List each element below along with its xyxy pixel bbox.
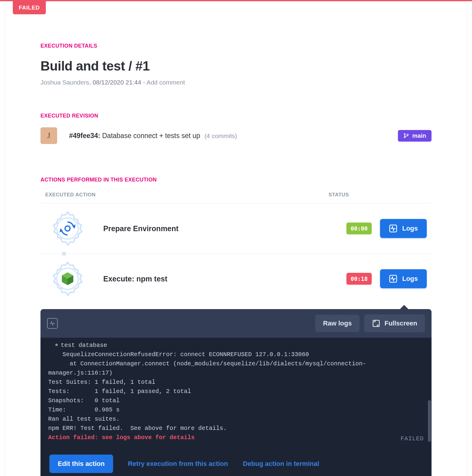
add-comment-link[interactable]: Add comment xyxy=(146,79,185,86)
author: Joshua Saunders xyxy=(40,79,89,86)
meta-row: Joshua Saunders, 08/12/2020 21:44 - Add … xyxy=(40,79,432,86)
branch-name: main xyxy=(412,132,426,139)
page-title: Build and test / #1 xyxy=(40,59,432,73)
log-failed-tag: FAILED xyxy=(401,434,424,443)
logs-button[interactable]: Logs xyxy=(380,219,427,238)
logs-button[interactable]: Logs xyxy=(380,269,427,288)
action-icon-npm xyxy=(50,261,85,297)
datetime: 08/12/2020 21:44 xyxy=(93,79,141,86)
commit-message: Database connect + tests set up xyxy=(102,132,200,140)
status-badge: FAILED xyxy=(13,1,46,14)
log-output[interactable]: test database SequelizeConnectionRefused… xyxy=(40,338,432,447)
scrollbar[interactable] xyxy=(428,400,431,442)
raw-logs-button[interactable]: Raw logs xyxy=(315,315,360,332)
action-name[interactable]: Prepare Environment xyxy=(85,224,346,233)
section-executed-revision: EXECUTED REVISION xyxy=(40,113,432,119)
revision-text[interactable]: #49fee34: Database connect + tests set u… xyxy=(69,132,386,140)
col-executed-action: EXECUTED ACTION xyxy=(45,192,329,198)
log-panel: Raw logs Fullscreen test database Sequel… xyxy=(40,309,432,476)
activity-icon xyxy=(389,275,397,283)
commit-count[interactable]: (4 commits) xyxy=(204,132,237,139)
execution-card: FAILED EXECUTION DETAILS Build and test … xyxy=(4,1,468,476)
connector-x-icon xyxy=(60,250,68,257)
log-footer: Edit this action Retry execution from th… xyxy=(40,447,432,476)
svg-point-0 xyxy=(404,134,405,135)
debug-action-button[interactable]: Debug action in terminal xyxy=(243,460,319,468)
section-actions: ACTIONS PERFORMED IN THIS EXECUTION xyxy=(40,177,432,183)
log-toolbar: Raw logs Fullscreen xyxy=(40,309,432,338)
section-execution-details: EXECUTION DETAILS xyxy=(40,43,432,49)
svg-rect-11 xyxy=(373,320,379,327)
col-status: STATUS xyxy=(329,192,427,198)
fullscreen-icon xyxy=(372,319,380,328)
svg-point-2 xyxy=(407,134,408,135)
branch-icon xyxy=(403,133,409,139)
duration-badge: 00:18 xyxy=(346,273,372,285)
log-error-line: Action failed: see logs above for detail… xyxy=(48,434,195,441)
actions-header: EXECUTED ACTION STATUS xyxy=(40,192,432,203)
svg-point-1 xyxy=(404,137,405,138)
action-row: Execute: npm test 00:18 Logs xyxy=(40,254,432,304)
edit-action-button[interactable]: Edit this action xyxy=(49,455,113,473)
fullscreen-button[interactable]: Fullscreen xyxy=(364,314,425,332)
retry-execution-button[interactable]: Retry execution from this action xyxy=(128,460,228,468)
activity-icon[interactable] xyxy=(47,318,58,329)
duration-badge: 00:00 xyxy=(346,223,372,234)
action-icon-prepare xyxy=(50,211,85,246)
svg-point-3 xyxy=(57,218,78,239)
commit-hash: #49fee34: xyxy=(69,132,100,140)
branch-badge[interactable]: main xyxy=(398,130,432,142)
action-row: Prepare Environment 00:00 Logs xyxy=(40,203,432,254)
action-name[interactable]: Execute: npm test xyxy=(85,275,346,283)
avatar: J xyxy=(40,127,57,144)
activity-icon xyxy=(389,224,397,233)
